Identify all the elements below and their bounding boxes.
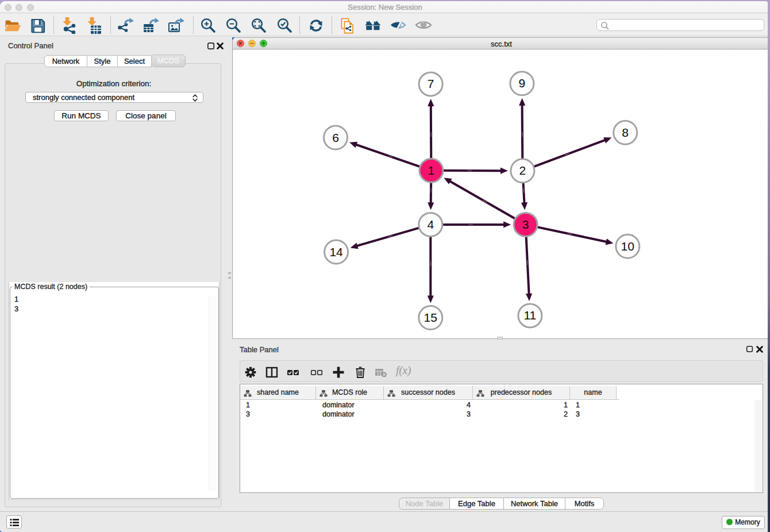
svg-text:6: 6 xyxy=(332,131,339,144)
svg-text:2: 2 xyxy=(519,164,526,177)
svg-text:4: 4 xyxy=(427,218,434,231)
svg-text:8: 8 xyxy=(622,126,629,139)
svg-text:15: 15 xyxy=(424,311,437,324)
svg-text:1: 1 xyxy=(428,164,435,177)
svg-text:3: 3 xyxy=(522,218,529,231)
svg-text:10: 10 xyxy=(621,240,634,253)
svg-text:11: 11 xyxy=(523,309,536,322)
svg-text:14: 14 xyxy=(329,245,343,259)
svg-text:9: 9 xyxy=(519,76,526,90)
svg-text:7: 7 xyxy=(428,77,434,90)
